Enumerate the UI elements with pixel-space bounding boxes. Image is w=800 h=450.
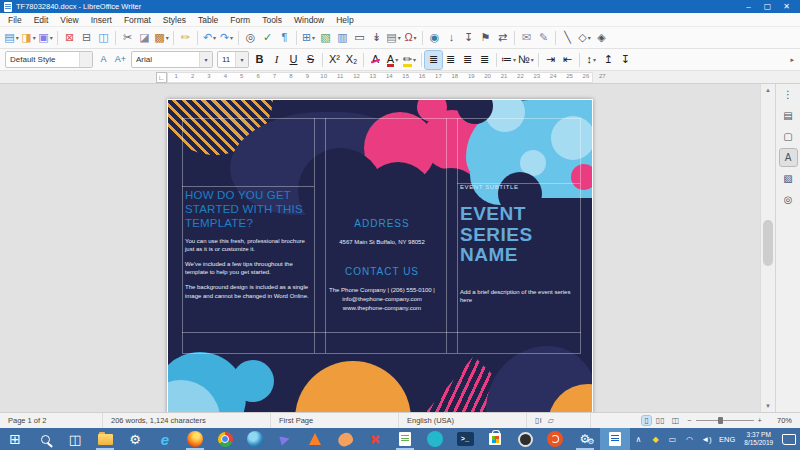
services-button[interactable]: ⚙ xyxy=(570,428,600,450)
insert-table-button[interactable]: ⊞ xyxy=(300,29,317,47)
new-document-button[interactable]: ▤ xyxy=(3,29,20,47)
footnote-button[interactable]: ↓ xyxy=(443,29,460,47)
globe-browser-button[interactable] xyxy=(240,428,270,450)
para-space-increase-button[interactable]: ↥ xyxy=(600,51,617,69)
menu-insert[interactable]: Insert xyxy=(85,15,118,25)
insert-line-button[interactable]: ╲ xyxy=(559,29,576,47)
page-deck-icon[interactable]: ▢ xyxy=(780,128,797,145)
update-style-button[interactable]: A xyxy=(95,51,112,69)
print-preview-button[interactable]: ◫ xyxy=(95,29,112,47)
cross-reference-button[interactable]: ⇄ xyxy=(494,29,511,47)
menu-format[interactable]: Format xyxy=(118,15,157,25)
font-size-select[interactable]: 11 ▾ xyxy=(217,51,249,68)
italic-button[interactable]: I xyxy=(268,51,285,69)
paragraph-style-select[interactable]: Default Style xyxy=(5,51,93,68)
zoom-thumb[interactable] xyxy=(718,417,723,424)
brochure-middle-column[interactable]: ADDRESS 4567 Main St Buffalo, NY 98052 C… xyxy=(318,218,446,312)
ubuntu-button[interactable] xyxy=(540,428,570,450)
brochure-right-column[interactable]: EVENT SUBTITLE EVENTSERIESNAME Add a bri… xyxy=(460,184,582,304)
task-view-button[interactable]: ◫ xyxy=(60,428,90,450)
powershell-button[interactable]: >_ xyxy=(450,428,480,450)
book-view-button[interactable]: ◫ xyxy=(670,416,682,425)
hyperlink-button[interactable]: ◉ xyxy=(426,29,443,47)
vertical-scrollbar[interactable]: ▲ ▼ xyxy=(760,84,775,412)
purple-app-button[interactable]: ▶ xyxy=(270,428,300,450)
underline-button[interactable]: U xyxy=(285,51,302,69)
properties-deck-icon[interactable]: ▤ xyxy=(780,107,797,124)
selection-mode-indicator[interactable]: ▱ xyxy=(548,416,554,425)
menu-file[interactable]: File xyxy=(2,15,28,25)
dark-app-button[interactable] xyxy=(510,428,540,450)
menu-table[interactable]: Table xyxy=(192,15,224,25)
zoom-level[interactable]: 70% xyxy=(766,416,800,425)
ms-store-button[interactable] xyxy=(480,428,510,450)
edge-button[interactable]: e xyxy=(150,428,180,450)
font-color-button[interactable]: A xyxy=(384,51,401,69)
defender-shield-icon[interactable]: ◆ xyxy=(647,434,664,444)
justify-button[interactable]: ≣ xyxy=(476,51,493,69)
line-spacing-button[interactable]: ↕ xyxy=(583,51,600,69)
special-character-button[interactable]: Ω xyxy=(402,29,419,47)
superscript-button[interactable]: X² xyxy=(326,51,343,69)
find-replace-button[interactable]: ◎ xyxy=(242,29,259,47)
settings-button[interactable]: ⚙ xyxy=(120,428,150,450)
text-language[interactable]: English (USA) xyxy=(399,413,527,428)
clock[interactable]: 3:37 PM 8/15/2019 xyxy=(739,431,778,447)
search-button[interactable] xyxy=(30,428,60,450)
bullet-list-button[interactable]: ≔ xyxy=(500,51,517,69)
multi-page-view-button[interactable]: ▯▯ xyxy=(654,416,667,425)
sidebar-settings-icon[interactable]: ⋮ xyxy=(780,86,797,103)
page-style[interactable]: First Page xyxy=(271,413,399,428)
save-button[interactable]: ▣ xyxy=(37,29,54,47)
menu-styles[interactable]: Styles xyxy=(157,15,192,25)
undo-button[interactable]: ↶ xyxy=(201,29,218,47)
clear-formatting-button[interactable]: A xyxy=(367,51,384,69)
menu-view[interactable]: View xyxy=(54,15,84,25)
spelling-button[interactable]: ✓ xyxy=(259,29,276,47)
subscript-button[interactable]: X₂ xyxy=(343,51,360,69)
endnote-button[interactable]: ↧ xyxy=(460,29,477,47)
para-space-decrease-button[interactable]: ↧ xyxy=(617,51,634,69)
copy-button[interactable]: ◪ xyxy=(136,29,153,47)
increase-indent-button[interactable]: ⇥ xyxy=(542,51,559,69)
formatting-marks-button[interactable]: ¶ xyxy=(276,29,293,47)
numbered-list-button[interactable]: № xyxy=(517,51,535,69)
teal-app-button[interactable] xyxy=(420,428,450,450)
navigator-deck-icon[interactable]: ◎ xyxy=(780,191,797,208)
toolbar-overflow-button[interactable]: ▸ xyxy=(790,56,797,64)
chrome-button[interactable] xyxy=(210,428,240,450)
insert-comment-button[interactable]: ✉ xyxy=(518,29,535,47)
close-button[interactable]: ✕ xyxy=(777,0,796,13)
chevron-down-icon[interactable]: ▾ xyxy=(199,52,212,67)
bold-button[interactable]: B xyxy=(251,51,268,69)
tray-expand-button[interactable]: ∧ xyxy=(630,434,647,444)
insert-mode-indicator[interactable]: ▯I xyxy=(535,416,542,425)
decrease-indent-button[interactable]: ⇤ xyxy=(559,51,576,69)
align-right-button[interactable]: ≣ xyxy=(459,51,476,69)
clone-formatting-button[interactable]: ✏ xyxy=(177,29,194,47)
word-count[interactable]: 206 words, 1,124 characters xyxy=(103,413,271,428)
styles-deck-icon[interactable]: A xyxy=(780,149,797,166)
tab-stop-selector[interactable]: ∟ xyxy=(156,72,167,83)
insert-image-button[interactable]: ▧ xyxy=(317,29,334,47)
scroll-down-arrow[interactable]: ▼ xyxy=(761,400,775,412)
orange-app-button[interactable] xyxy=(330,428,360,450)
menu-window[interactable]: Window xyxy=(288,15,330,25)
insert-field-button[interactable]: ▤ xyxy=(385,29,402,47)
document-page[interactable]: HOW DO YOU GET STARTED WITH THIS TEMPLAT… xyxy=(167,99,593,412)
align-left-button[interactable]: ≣ xyxy=(425,51,442,69)
libreoffice-button[interactable] xyxy=(390,428,420,450)
chevron-down-icon[interactable] xyxy=(79,52,92,67)
draw-functions-button[interactable]: ◈ xyxy=(593,29,610,47)
start-button[interactable]: ⊞ xyxy=(0,428,30,450)
strikethrough-button[interactable]: S xyxy=(302,51,319,69)
redo-button[interactable]: ↷ xyxy=(218,29,235,47)
page-count[interactable]: Page 1 of 2 xyxy=(0,413,103,428)
menu-edit[interactable]: Edit xyxy=(28,15,55,25)
action-center-icon[interactable] xyxy=(782,434,796,445)
language-indicator[interactable]: ENG xyxy=(715,435,739,444)
insert-textbox-button[interactable]: ▭ xyxy=(351,29,368,47)
print-button[interactable]: ⊟ xyxy=(78,29,95,47)
single-page-view-button[interactable]: ▯ xyxy=(642,416,650,425)
minimize-button[interactable]: – xyxy=(739,0,758,13)
